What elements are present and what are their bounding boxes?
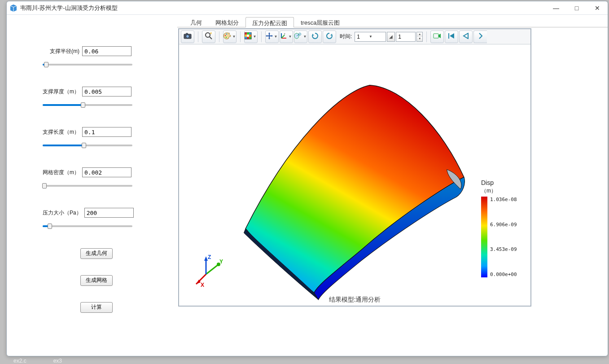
probe-icon (294, 32, 302, 41)
legend-title: Disp (481, 179, 526, 186)
tab-pressure[interactable]: 压力分配云图 (245, 17, 294, 27)
pan-button[interactable]: ▼ (265, 31, 279, 43)
svg-rect-26 (448, 33, 449, 39)
svg-marker-34 (204, 256, 208, 261)
legend-ticks: 1.036e-08 6.906e-09 3.453e-09 0.000e+00 (490, 197, 517, 277)
legend-unit: （m） (481, 187, 526, 195)
param-label: 压力大小（Pa） (43, 209, 82, 217)
close-button[interactable]: ✕ (587, 1, 608, 15)
legend-bar (481, 197, 487, 277)
rubiks-icon (245, 32, 252, 41)
param-label: 网格密度（m） (43, 169, 79, 176)
svg-rect-25 (434, 34, 438, 38)
param-mesh: 网格密度（m） (43, 167, 150, 190)
pressure-input[interactable] (84, 208, 134, 218)
time-label: 时间: (340, 33, 352, 40)
svg-rect-12 (247, 35, 249, 37)
svg-text:X: X (201, 282, 204, 288)
svg-rect-11 (245, 35, 247, 37)
thickness-slider[interactable] (43, 101, 132, 109)
svg-rect-8 (245, 32, 247, 35)
palette-icon (223, 32, 231, 41)
param-pressure: 压力大小（Pa） (43, 208, 150, 230)
taskbar-hint: ex2.c ex3 (13, 358, 62, 364)
thickness-input[interactable] (82, 87, 131, 96)
pressure-slider[interactable] (43, 222, 132, 230)
zoom-button[interactable] (202, 31, 215, 43)
param-radius: 支撑半径(m) (43, 46, 150, 69)
svg-line-30 (206, 264, 219, 274)
axes-button[interactable]: z ▼ (280, 31, 293, 43)
maximize-button[interactable]: □ (566, 1, 587, 15)
param-length: 支撑长度（m） (43, 127, 150, 149)
frame-stepper[interactable]: ▲▼ (416, 32, 423, 42)
length-input[interactable] (82, 127, 131, 137)
screenshot-button[interactable] (181, 31, 194, 43)
svg-text:Z: Z (208, 254, 211, 260)
skip-first-icon (448, 33, 455, 40)
dock-button[interactable]: ◢ (387, 32, 395, 42)
svg-line-4 (210, 37, 212, 39)
radius-input[interactable] (82, 46, 131, 56)
prev-icon (463, 33, 469, 40)
generate-mesh-button[interactable]: 生成网格 (80, 275, 113, 286)
svg-rect-2 (186, 33, 188, 35)
svg-rect-14 (245, 37, 247, 39)
svg-text:z: z (284, 32, 285, 35)
param-thickness: 支撑厚度（m） (43, 87, 150, 109)
main-area: 几何 网格划分 压力分配云图 tresca屈服云图 (177, 15, 608, 356)
parameter-panel: 支撑半径(m) 支撑厚度（m） (7, 15, 177, 356)
color-legend: Disp （m） 1.036e-08 6.906e-09 3.453e-09 0… (481, 179, 526, 277)
orientation-triad: X Y Z (193, 252, 228, 288)
window-title: 韦雨川-苏州大学-山洞顶受力分析模型 (20, 4, 118, 12)
viewer-toolbar: ▼ ▼ (179, 29, 530, 44)
rotate-ccw-icon (325, 32, 333, 41)
radius-slider[interactable] (43, 61, 132, 69)
rotate-ccw-button[interactable] (323, 31, 336, 43)
svg-point-5 (224, 35, 226, 36)
video-icon (433, 33, 441, 40)
length-slider[interactable] (43, 141, 132, 149)
next-icon (479, 33, 482, 40)
time-select[interactable]: 1▼ (355, 32, 386, 42)
mesh-slider[interactable] (43, 182, 132, 190)
solve-button[interactable]: 计算 (80, 302, 113, 313)
svg-rect-16 (249, 37, 251, 39)
svg-point-3 (206, 33, 210, 37)
svg-rect-10 (249, 32, 251, 35)
move-icon (266, 32, 273, 41)
record-button[interactable] (430, 31, 444, 43)
probe-button[interactable]: ▼ (294, 31, 307, 43)
titlebar: 韦雨川-苏州大学-山洞顶受力分析模型 — □ ✕ (7, 1, 608, 15)
frame-input[interactable]: 1 (396, 32, 416, 42)
result-canvas[interactable]: X Y Z Disp （m） (179, 44, 530, 306)
mesh-input[interactable] (82, 167, 131, 177)
svg-rect-13 (249, 35, 251, 37)
param-label: 支撑半径(m) (43, 48, 79, 55)
tab-geometry[interactable]: 几何 (184, 17, 209, 27)
svg-point-6 (226, 34, 227, 35)
result-caption: 结果模型:通用分析 (179, 296, 530, 304)
rotate-cw-button[interactable] (308, 31, 322, 43)
app-icon (9, 4, 18, 12)
palette-button[interactable]: ▼ (223, 31, 237, 43)
svg-rect-9 (247, 32, 249, 35)
prev-frame-button[interactable] (459, 31, 473, 43)
tab-mesh[interactable]: 网格划分 (209, 17, 245, 27)
app-window: 韦雨川-苏州大学-山洞顶受力分析模型 — □ ✕ 支撑半径(m) (6, 1, 608, 356)
magnifier-icon (205, 32, 213, 41)
next-frame-button[interactable] (473, 31, 487, 43)
first-frame-button[interactable] (445, 31, 458, 43)
contour-plot (179, 44, 530, 306)
rotate-cw-icon (311, 32, 319, 41)
camera-icon (184, 33, 192, 40)
svg-rect-15 (247, 37, 249, 39)
generate-geometry-button[interactable]: 生成几何 (80, 248, 113, 259)
tab-tresca[interactable]: tresca屈服云图 (294, 17, 346, 27)
svg-point-1 (186, 35, 189, 38)
viewer-frame: ▼ ▼ (178, 28, 531, 307)
colormap-button[interactable]: ▼ (244, 31, 258, 43)
tabs: 几何 网格划分 压力分配云图 tresca屈服云图 (177, 17, 608, 27)
svg-point-7 (225, 37, 227, 38)
minimize-button[interactable]: — (546, 1, 566, 15)
